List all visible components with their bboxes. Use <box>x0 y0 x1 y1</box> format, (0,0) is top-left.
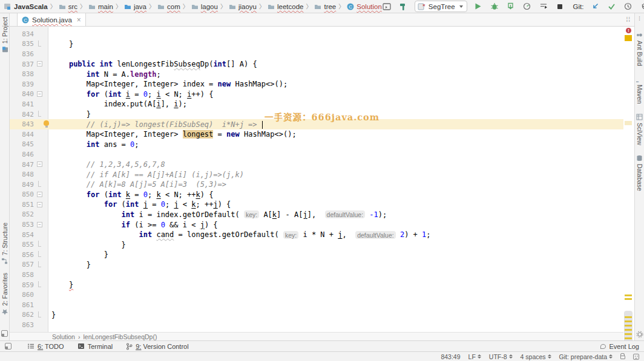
code-line-834[interactable]: 834 <box>10 29 623 39</box>
tool-window-button-1-project[interactable]: 1: Project <box>1 17 8 53</box>
breadcrumb-item-leetcode[interactable]: leetcode <box>268 3 303 10</box>
fold-end-icon[interactable] <box>38 261 41 267</box>
code-line-851[interactable]: 851− for (int j = 0; j < k; ++j) { <box>10 200 623 210</box>
tool-window-button-7-structure[interactable]: 7: Structure <box>1 223 8 264</box>
tool-window-button-ant-build[interactable]: Ant Build <box>636 31 643 66</box>
tool-strip-options-icon[interactable]: ⁞ <box>639 16 640 22</box>
tool-window-button-maven[interactable]: mMaven <box>636 76 643 104</box>
vcs-commit-icon[interactable] <box>606 1 617 12</box>
tool-window-button-database[interactable]: Database <box>636 155 643 191</box>
editor[interactable]: 834835 }836837− public int lenLongestFib… <box>10 27 623 332</box>
code-line-853[interactable]: 853− if (i >= 0 && i < j) { <box>10 220 623 230</box>
code-line-857[interactable]: 857 } <box>10 260 623 270</box>
warnings-indicator-icon[interactable] <box>625 35 632 41</box>
tool-window-button-2-favorites[interactable]: 2: Favorites <box>1 273 8 316</box>
code-line-845[interactable]: 845 int ans = 0; <box>10 140 623 150</box>
line-number[interactable]: 839 <box>10 80 34 88</box>
line-number[interactable]: 841 <box>10 100 34 108</box>
line-number[interactable]: 836 <box>10 50 34 58</box>
line-number[interactable]: 849 <box>10 181 34 189</box>
line-number[interactable]: 852 <box>10 210 34 218</box>
code-line-844[interactable]: 844 Map<Integer, Integer> longest = new … <box>10 129 623 140</box>
code-line-855[interactable]: 855 } <box>10 239 623 250</box>
gear-icon[interactable] <box>636 331 643 338</box>
fold-end-icon[interactable] <box>38 311 41 317</box>
tool-window-button-9-version-control[interactable]: 9: Version Control <box>126 343 188 350</box>
line-number[interactable]: 840 <box>10 90 34 98</box>
code-line-836[interactable]: 836 <box>10 49 623 59</box>
line-number[interactable]: 858 <box>10 271 34 279</box>
fold-marker-icon[interactable]: − <box>37 161 42 167</box>
code-line-852[interactable]: 852 int i = index.getOrDefault( key: A[k… <box>10 210 623 220</box>
line-number[interactable]: 863 <box>10 321 34 329</box>
line-number[interactable]: 861 <box>10 301 34 309</box>
line-number[interactable]: 835 <box>10 40 34 48</box>
fold-marker-icon[interactable]: − <box>37 192 42 197</box>
breadcrumb-item-jiaoyu[interactable]: jiaoyu <box>229 3 257 10</box>
line-number[interactable]: 843 <box>10 120 34 128</box>
build-hammer-icon[interactable] <box>398 1 409 12</box>
git-branch-widget[interactable]: Git: prepare-data <box>559 353 613 360</box>
line-number[interactable]: 862 <box>10 311 34 319</box>
line-number[interactable]: 859 <box>10 281 34 289</box>
breadcrumb-item-lagou[interactable]: lagou <box>191 3 218 10</box>
code-line-863[interactable]: 863 <box>10 320 623 330</box>
breadcrumb-item-src[interactable]: src <box>59 3 77 10</box>
code-line-849[interactable]: 849 // A[k]=8 A[j]=5 A[i]=3 (5,3)=> <box>10 180 623 190</box>
tool-window-button-6-todo[interactable]: 6: TODO <box>27 343 64 350</box>
code-line-860[interactable]: 860 <box>10 290 623 300</box>
breadcrumb-item-tree[interactable]: tree <box>314 3 336 10</box>
event-log-button[interactable]: Event Log <box>600 343 639 350</box>
line-number[interactable]: 851 <box>10 201 34 209</box>
run-configuration-select[interactable]: × SegTree <box>415 1 467 12</box>
fold-marker-icon[interactable]: − <box>37 202 42 207</box>
hector-inspector-icon[interactable] <box>633 354 639 360</box>
fold-marker-icon[interactable]: − <box>37 91 42 97</box>
open-in-tool-window-icon[interactable] <box>382 1 393 12</box>
fold-end-icon[interactable] <box>38 181 41 187</box>
fold-end-icon[interactable] <box>38 241 41 247</box>
tab-solution-java[interactable]: C Solution.java × <box>17 13 86 26</box>
line-number[interactable]: 847 <box>10 161 34 169</box>
fold-end-icon[interactable] <box>38 111 41 117</box>
breadcrumb-item-java[interactable]: java <box>124 3 146 10</box>
line-number[interactable]: 853 <box>10 221 34 229</box>
history-icon[interactable] <box>622 1 633 12</box>
line-number[interactable]: 850 <box>10 190 34 198</box>
line-number[interactable]: 842 <box>10 111 34 119</box>
encoding-widget[interactable]: UTF-8 <box>489 353 513 360</box>
line-number[interactable]: 860 <box>10 291 34 299</box>
editor-tabs-options-icon[interactable]: ⁞⁞ <box>626 16 631 23</box>
run-targets-icon[interactable] <box>538 1 549 12</box>
line-number[interactable]: 848 <box>10 171 34 178</box>
code-line-841[interactable]: 841 index.put(A[i], i); <box>10 99 623 109</box>
line-separator-widget[interactable]: LF <box>468 353 481 360</box>
readonly-lock-icon[interactable] <box>620 356 625 359</box>
code-line-850[interactable]: 850− for (int k = 0; k < N; ++k) { <box>10 190 623 200</box>
line-number[interactable]: 854 <box>10 231 34 239</box>
breadcrumb-item-javascala[interactable]: JavaScala <box>4 2 48 10</box>
fold-marker-icon[interactable]: − <box>37 222 42 227</box>
code-line-858[interactable]: 858 <box>10 270 623 280</box>
editor-breadcrumb-item[interactable]: lenLongestFibSubseqDp() <box>83 333 157 340</box>
breadcrumb-item-solution[interactable]: CSolution <box>347 3 382 10</box>
breadcrumb-item-main[interactable]: main <box>88 3 113 10</box>
line-number[interactable]: 845 <box>10 140 34 148</box>
code-line-861[interactable]: 861 <box>10 300 623 310</box>
debug-icon[interactable] <box>489 1 500 12</box>
line-number[interactable]: 856 <box>10 251 34 259</box>
fold-end-icon[interactable] <box>38 41 41 47</box>
tool-window-button-terminal[interactable]: Terminal <box>77 343 113 350</box>
coverage-icon[interactable] <box>505 1 516 12</box>
line-number[interactable]: 844 <box>10 131 34 138</box>
code-line-842[interactable]: 842 } <box>10 109 623 120</box>
caret-position-widget[interactable]: 843:49 <box>441 353 460 360</box>
editor-breadcrumb-item[interactable]: Solution <box>52 333 75 340</box>
line-number[interactable]: 855 <box>10 241 34 249</box>
code-line-840[interactable]: 840− for (int i = 0; i < N; i++) { <box>10 89 623 100</box>
code-line-843[interactable]: 843 // (i,j)=> longest(FibSubSeq) i*N+j … <box>10 119 623 129</box>
code-line-848[interactable]: 848 // if A[k] == A[j]+A[i] (i,j)=>(j,k) <box>10 169 623 180</box>
tool-window-switcher-icon[interactable] <box>1 330 8 337</box>
line-number[interactable]: 846 <box>10 151 34 158</box>
code-line-854[interactable]: 854 int cand = longest.getOrDefault( key… <box>10 230 623 240</box>
